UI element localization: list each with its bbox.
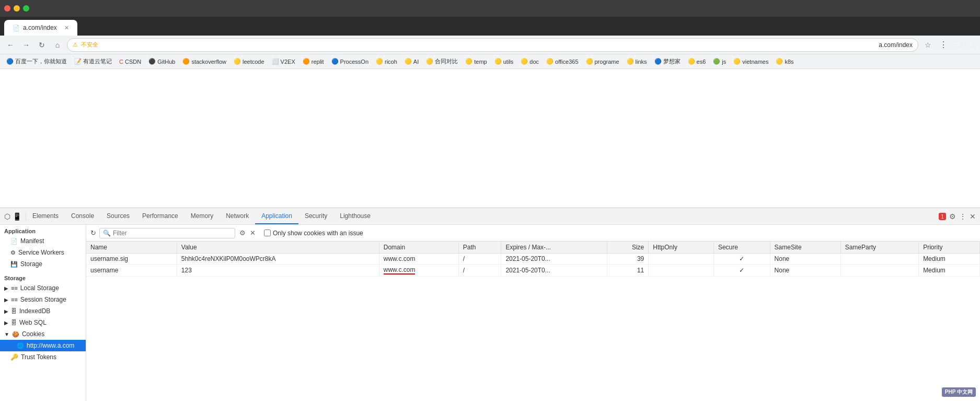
cell-name: username bbox=[86, 265, 177, 277]
menu-button[interactable]: ⋮ bbox=[937, 39, 950, 51]
settings-icon[interactable]: ⚙ bbox=[949, 212, 956, 221]
device-icon[interactable]: 📱 bbox=[13, 212, 21, 221]
refresh-icon[interactable]: ↻ bbox=[90, 229, 96, 237]
k8s-icon: 🟡 bbox=[776, 58, 783, 65]
address-bar[interactable]: ⚠ 不安全 a.com/index bbox=[67, 38, 918, 52]
col-priority: Priority bbox=[919, 242, 980, 254]
bookmark-programe[interactable]: 🟡 programe bbox=[583, 57, 622, 66]
bookmark-k8s[interactable]: 🟡 k8s bbox=[773, 57, 797, 66]
ai-icon: 🟡 bbox=[405, 58, 412, 65]
cell-samesite: None bbox=[770, 265, 840, 277]
col-expires: Expires / Max-... bbox=[501, 242, 607, 254]
cell-path: / bbox=[458, 254, 501, 265]
more-icon[interactable]: ⋮ bbox=[959, 212, 966, 221]
tab-network[interactable]: Network bbox=[220, 208, 255, 224]
devtools-body: Application 📄 Manifest ⚙ Service Workers… bbox=[0, 225, 980, 401]
devtools-main: ↻ 🔍 ⚙ ✕ Only show cookies with an issue bbox=[86, 225, 980, 401]
cell-name: username.sig bbox=[86, 254, 177, 265]
bookmark-office365[interactable]: 🟡 office365 bbox=[543, 57, 581, 66]
bookmark-processon[interactable]: 🔵 ProcessOn bbox=[328, 57, 372, 66]
col-samesite: SameSite bbox=[770, 242, 840, 254]
sidebar-item-storage[interactable]: 💾 Storage bbox=[0, 258, 86, 270]
bookmark-links[interactable]: 🟡 links bbox=[624, 57, 650, 66]
bookmark-stackoverflow[interactable]: 🟠 stackoverflow bbox=[179, 57, 229, 66]
sidebar-item-trust-tokens[interactable]: 🔑 Trust Tokens bbox=[0, 351, 86, 363]
bookmark-csdn[interactable]: C CSDN bbox=[116, 58, 144, 66]
home-button[interactable]: ⌂ bbox=[51, 39, 64, 51]
bookmark-ai[interactable]: 🟡 AI bbox=[401, 57, 422, 66]
filter-options-button[interactable]: ⚙ bbox=[238, 228, 247, 238]
table-row[interactable]: username 123 www.c.com / 2021-05-20T0...… bbox=[86, 265, 980, 277]
contract-icon: 🟡 bbox=[426, 58, 433, 65]
forward-button[interactable]: → bbox=[20, 39, 32, 51]
cookies-icon: 🍪 bbox=[12, 331, 19, 338]
bookmark-temp[interactable]: 🟡 temp bbox=[462, 57, 490, 66]
github-icon: ⚫ bbox=[148, 58, 156, 65]
cell-samesite: None bbox=[770, 254, 840, 265]
ricoh-icon: 🟡 bbox=[376, 58, 383, 65]
col-path: Path bbox=[458, 242, 501, 254]
table-row[interactable]: username.sig 5hhk0c4reNXKilP0M0ooWPcr8kA… bbox=[86, 254, 980, 265]
cell-httponly bbox=[649, 265, 714, 277]
sidebar-item-service-workers[interactable]: ⚙ Service Workers bbox=[0, 247, 86, 258]
bookmark-dreamhome[interactable]: 🔵 梦想家 bbox=[651, 56, 684, 66]
app-section-header: Application bbox=[0, 225, 86, 235]
tab-lighthouse[interactable]: Lighthouse bbox=[333, 208, 377, 224]
star-button[interactable]: ☆ bbox=[921, 39, 934, 51]
tab-sources[interactable]: Sources bbox=[100, 208, 136, 224]
page-content bbox=[0, 69, 980, 208]
titlebar bbox=[0, 0, 980, 17]
search-icon: 🔍 bbox=[103, 230, 111, 237]
filter-bar: ↻ 🔍 ⚙ ✕ Only show cookies with an issue bbox=[86, 225, 980, 242]
sidebar-group-web-sql[interactable]: ▶ 🗄 Web SQL bbox=[0, 317, 86, 328]
bookmark-github[interactable]: ⚫ GitHub bbox=[145, 57, 178, 66]
devtools-toolbar: ⬡ 📱 Elements Console Sources Performance… bbox=[0, 208, 980, 225]
sidebar-group-cookies[interactable]: ▼ 🍪 Cookies bbox=[0, 328, 86, 340]
cell-domain: www.c.com bbox=[379, 265, 458, 277]
inspect-icon[interactable]: ⬡ bbox=[4, 212, 10, 221]
sidebar-item-manifest[interactable]: 📄 Manifest bbox=[0, 235, 86, 247]
bookmark-js[interactable]: 🟢 js bbox=[710, 57, 729, 66]
browser-tab[interactable]: 📄 a.com/index ✕ bbox=[4, 20, 77, 36]
filter-input[interactable] bbox=[113, 230, 217, 237]
reload-button[interactable]: ↻ bbox=[36, 39, 48, 51]
service-workers-icon: ⚙ bbox=[10, 249, 16, 256]
tab-elements[interactable]: Elements bbox=[26, 208, 65, 224]
close-icon[interactable]: ✕ bbox=[970, 212, 976, 221]
bookmark-vietnames[interactable]: 🟡 vietnames bbox=[730, 57, 771, 66]
bookmark-baidu[interactable]: 🔵 百度一下，你就知道 bbox=[3, 56, 70, 66]
bookmark-contract[interactable]: 🟡 合同对比 bbox=[423, 56, 461, 66]
arrow-icon: ▶ bbox=[4, 285, 8, 291]
cell-size: 39 bbox=[607, 254, 649, 265]
tab-performance[interactable]: Performance bbox=[136, 208, 185, 224]
sidebar-group-local-storage[interactable]: ▶ ≡≡ Local Storage bbox=[0, 282, 86, 294]
bookmark-ricoh[interactable]: 🟡 ricoh bbox=[373, 57, 400, 66]
tab-application[interactable]: Application bbox=[255, 208, 298, 224]
col-name: Name bbox=[86, 242, 177, 254]
bookmark-replit[interactable]: 🟠 replit bbox=[299, 57, 327, 66]
bookmark-youdao[interactable]: 📝 有道云笔记 bbox=[71, 56, 115, 66]
devtools-right-icons: 1 ⚙ ⋮ ✕ bbox=[935, 212, 980, 221]
only-issue-checkbox[interactable] bbox=[264, 230, 271, 236]
bookmark-doc[interactable]: 🟡 doc bbox=[517, 57, 542, 66]
cell-priority: Medium bbox=[919, 254, 980, 265]
bookmark-leetcode[interactable]: 🟡 leetcode bbox=[230, 57, 268, 66]
tab-security[interactable]: Security bbox=[298, 208, 333, 224]
sidebar-group-session-storage[interactable]: ▶ ≡≡ Session Storage bbox=[0, 294, 86, 305]
arrow-icon: ▶ bbox=[4, 308, 8, 314]
websql-icon: 🗄 bbox=[11, 319, 17, 326]
sidebar-group-indexed-db[interactable]: ▶ 🗄 IndexedDB bbox=[0, 305, 86, 317]
tab-console[interactable]: Console bbox=[65, 208, 100, 224]
error-badge: 1 bbox=[939, 213, 946, 220]
back-button[interactable]: ← bbox=[4, 39, 17, 51]
filter-actions: ⚙ ✕ bbox=[238, 228, 257, 238]
tab-title: a.com/index bbox=[23, 24, 57, 31]
bookmark-v2ex[interactable]: ⬜ V2EX bbox=[269, 57, 298, 66]
manifest-icon: 📄 bbox=[10, 238, 18, 245]
clear-filter-button[interactable]: ✕ bbox=[249, 228, 257, 238]
bookmark-es6[interactable]: 🟡 es6 bbox=[685, 57, 709, 66]
stackoverflow-icon: 🟠 bbox=[182, 58, 190, 65]
bookmark-utils[interactable]: 🟡 utils bbox=[491, 57, 517, 66]
tab-memory[interactable]: Memory bbox=[185, 208, 220, 224]
sidebar-item-http-www-a-com[interactable]: 🌐 http://www.a.com bbox=[0, 340, 86, 351]
